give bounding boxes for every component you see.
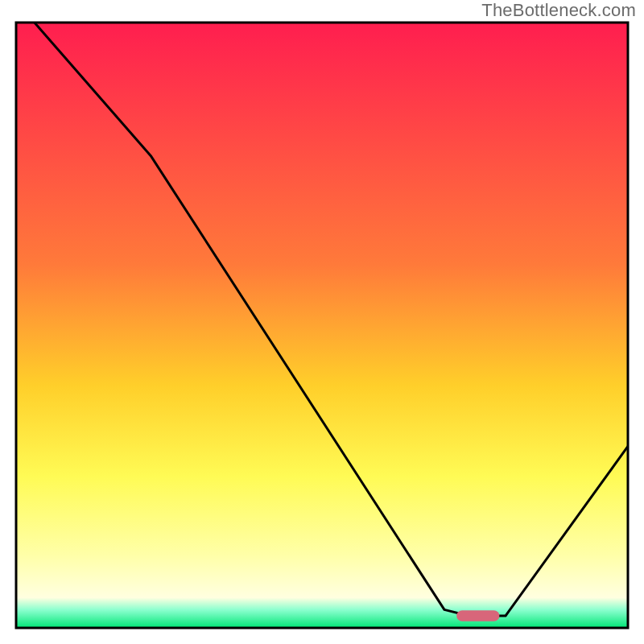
bottleneck-chart — [0, 0, 644, 644]
chart-container: TheBottleneck.com — [0, 0, 644, 644]
watermark-text: TheBottleneck.com — [481, 0, 636, 21]
gradient-background — [16, 23, 628, 628]
optimum-marker — [456, 610, 499, 621]
